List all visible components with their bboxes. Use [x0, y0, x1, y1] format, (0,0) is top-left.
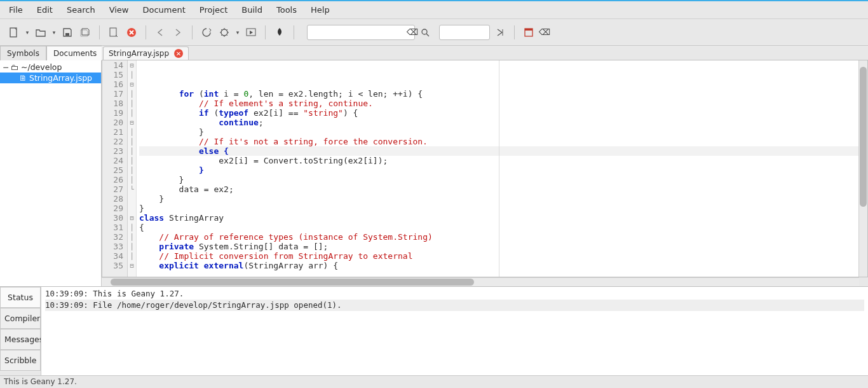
tree-file-label: StringArray.jspp [29, 73, 92, 83]
sidebar-tabs: SymbolsDocuments [0, 46, 101, 60]
menu-document[interactable]: Document [136, 3, 191, 17]
goto-line-button[interactable] [492, 25, 508, 40]
sidebar-tab-documents[interactable]: Documents [46, 46, 104, 60]
svg-rect-8 [525, 29, 532, 31]
sidebar: SymbolsDocuments − 🗀 ~/develop 🗎 StringA… [0, 46, 102, 286]
tree-folder-row[interactable]: − 🗀 ~/develop [0, 62, 101, 73]
horizontal-scrollbar[interactable] [102, 277, 859, 286]
statusbar: This is Geany 1.27. [0, 375, 868, 388]
new-file-button[interactable] [6, 25, 22, 40]
message-panel: StatusCompilerMessagesScribble 10:39:09:… [0, 286, 868, 375]
svg-point-6 [422, 29, 427, 34]
color-picker-button[interactable] [272, 25, 287, 40]
run-button[interactable] [243, 25, 259, 40]
log-line[interactable]: 10:39:09: This is Geany 1.27. [45, 288, 864, 300]
menu-file[interactable]: File [3, 3, 29, 17]
menu-help[interactable]: Help [304, 3, 336, 17]
line-number-gutter: 1415161718192021222324252627282930313233… [102, 60, 128, 277]
tree-file-row[interactable]: 🗎 StringArray.jspp [0, 73, 101, 83]
sidebar-tab-symbols[interactable]: Symbols [0, 46, 46, 60]
menubar: FileEditSearchViewDocumentProjectBuildTo… [0, 1, 868, 19]
bottom-tab-status[interactable]: Status [0, 287, 41, 308]
build-button[interactable] [217, 25, 232, 40]
nav-forward-button[interactable] [170, 25, 186, 40]
menu-project[interactable]: Project [193, 3, 234, 17]
fold-gutter[interactable]: ⊟│⊟│││⊟││││││└ ⊟││││⊟ [128, 60, 137, 277]
goto-field[interactable]: ⌫ [439, 25, 490, 40]
document-tree[interactable]: − 🗀 ~/develop 🗎 StringArray.jspp [0, 60, 101, 286]
bottom-tab-compiler[interactable]: Compiler [0, 308, 41, 329]
nav-back-button[interactable] [153, 25, 168, 40]
compile-button[interactable] [199, 25, 214, 40]
log-line[interactable]: 10:39:09: File /home/roger/develop/Strin… [45, 300, 864, 311]
svg-rect-2 [110, 28, 116, 36]
folder-icon: 🗀 [11, 62, 19, 72]
menu-search[interactable]: Search [60, 3, 102, 17]
menu-tools[interactable]: Tools [270, 3, 303, 17]
editor-tabs: StringArray.jspp ✕ [102, 46, 868, 60]
open-file-button[interactable] [33, 25, 48, 40]
bottom-tab-messages[interactable]: Messages [0, 329, 41, 350]
vertical-scrollbar[interactable] [858, 60, 867, 277]
message-panel-tabs: StatusCompilerMessagesScribble [0, 287, 41, 375]
status-log[interactable]: 10:39:09: This is Geany 1.27.10:39:09: F… [41, 287, 868, 375]
revert-button[interactable] [106, 25, 121, 40]
code-area[interactable]: for (int i = 0, len = ex2.length; i < le… [137, 60, 858, 277]
quit-button[interactable] [521, 25, 536, 40]
tab-close-icon[interactable]: ✕ [174, 49, 183, 58]
menu-build[interactable]: Build [235, 3, 269, 17]
editor-tab[interactable]: StringArray.jspp ✕ [103, 46, 189, 60]
search-input[interactable] [310, 28, 405, 37]
statusbar-text: This is Geany 1.27. [4, 377, 77, 386]
file-icon: 🗎 [19, 73, 27, 83]
toolbar: ⌫ ⌫ [0, 19, 868, 46]
build-dropdown[interactable] [234, 29, 241, 36]
goto-clear-icon[interactable]: ⌫ [538, 27, 552, 37]
new-file-dropdown[interactable] [24, 29, 31, 36]
save-all-button[interactable] [78, 25, 93, 40]
editor-tab-label: StringArray.jspp [109, 49, 169, 58]
search-field[interactable]: ⌫ [307, 25, 415, 40]
open-file-dropdown[interactable] [51, 29, 57, 36]
save-button[interactable] [60, 25, 75, 40]
tree-collapse-icon[interactable]: − [3, 62, 9, 72]
search-icon[interactable] [417, 25, 433, 40]
close-button[interactable] [124, 25, 139, 40]
column-ruler [499, 60, 499, 277]
tree-folder-label: ~/develop [21, 62, 62, 72]
menu-edit[interactable]: Edit [31, 3, 59, 17]
svg-rect-1 [65, 33, 69, 36]
bottom-tab-scribble[interactable]: Scribble [0, 350, 41, 371]
menu-view[interactable]: View [103, 3, 135, 17]
code-editor[interactable]: 1415161718192021222324252627282930313233… [102, 60, 868, 277]
